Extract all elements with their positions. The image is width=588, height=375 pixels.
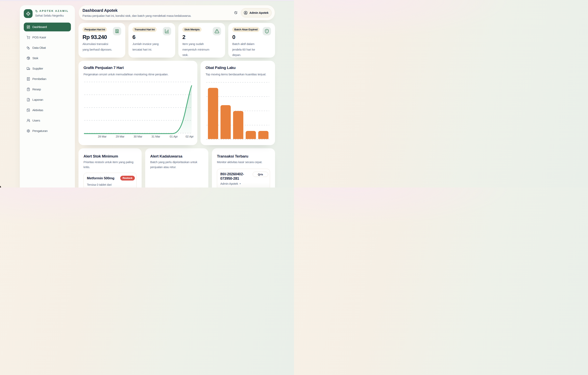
svg-text:28 Mar: 28 Mar [98, 135, 107, 138]
svg-text:01 Apr: 01 Apr [169, 135, 178, 138]
svg-text:31 Mar: 31 Mar [151, 135, 160, 138]
svg-text:02 Apr: 02 Apr [186, 135, 194, 138]
svg-text:30 Mar: 30 Mar [134, 135, 142, 138]
svg-text:29 Mar: 29 Mar [116, 135, 125, 138]
